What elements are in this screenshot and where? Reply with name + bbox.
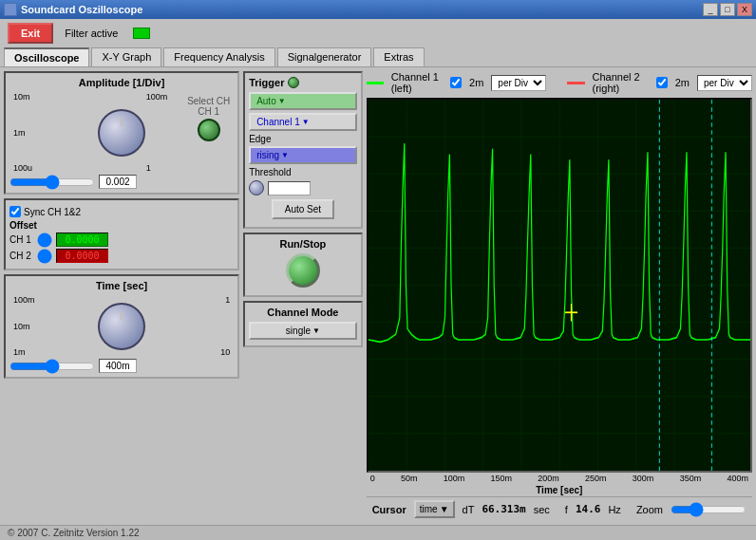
maximize-button[interactable]: □ [720, 3, 735, 16]
tab-oscilloscope[interactable]: Oscilloscope [4, 47, 89, 66]
tabs-container: Oscilloscope X-Y Graph Frequency Analysi… [0, 47, 756, 67]
time-axis-250m: 250m [585, 474, 607, 483]
tab-freqanalysis[interactable]: Frequency Analysis [163, 47, 274, 66]
ch2-offset-row: CH 2 0.0000 [9, 249, 234, 263]
channel-mode-arrow: ▼ [312, 326, 320, 335]
tab-signalgenerator[interactable]: Signalgenerator [277, 47, 372, 66]
amp-left-labels: 10m 1m 100u [13, 92, 32, 173]
scope-svg [369, 100, 750, 471]
ch1-checkbox[interactable] [450, 77, 462, 88]
header-row: Exit Filter active [0, 19, 756, 47]
threshold-row: Threshold [249, 167, 357, 177]
trigger-channel-arrow: ▼ [302, 118, 310, 126]
time-section: Time [sec] 100m 10m 1m 1 10 400m [4, 274, 239, 379]
ch1-offset-label: CH 1 [9, 234, 33, 245]
title-bar: Soundcard Oszilloscope _ □ X [0, 0, 756, 19]
ch1-per-div-select[interactable]: per Div [491, 75, 546, 91]
close-button[interactable]: X [737, 3, 752, 16]
trigger-edge-dropdown[interactable]: rising ▼ [249, 146, 357, 164]
amp-label-1m: 1m [13, 128, 32, 138]
dt-label: dT [463, 504, 475, 515]
channel-mode-dropdown[interactable]: single ▼ [249, 322, 357, 340]
time-title: Time [sec] [9, 280, 234, 291]
amplitude-section: Amplitude [1/Div] 10m 1m 100u 100m 1 [4, 71, 239, 195]
edge-label: Edge [249, 134, 357, 144]
right-panel: Channel 1 (left) 2m per Div Channel 2 (r… [363, 67, 756, 525]
trigger-mode-arrow: ▼ [278, 97, 286, 105]
threshold-label: Threshold [249, 167, 291, 177]
zoom-slider[interactable] [671, 503, 747, 516]
time-axis-200m: 200m [538, 474, 559, 483]
amplitude-slider[interactable] [9, 176, 95, 189]
content-area: Amplitude [1/Div] 10m 1m 100u 100m 1 [0, 67, 756, 525]
time-slider[interactable] [9, 360, 95, 373]
sync-label: Sync CH 1&2 [24, 207, 81, 217]
threshold-input[interactable]: 0.01 [268, 181, 311, 196]
filter-label: Filter active [65, 28, 118, 39]
trigger-edge-label: rising [256, 150, 279, 160]
amplitude-title: Amplitude [1/Div] [9, 77, 234, 88]
copyright-text: © 2007 C. Zeitnitz Version 1.22 [8, 528, 140, 538]
time-axis-300m: 300m [633, 474, 654, 483]
trigger-title: Trigger [249, 77, 284, 88]
amp-label-100u: 100u [13, 163, 32, 173]
trigger-section: Trigger Auto ▼ Channel 1 ▼ Edge rising ▼ [243, 71, 363, 229]
f-value: 14.6 [576, 503, 601, 515]
f-unit: Hz [608, 504, 620, 515]
trigger-indicator [288, 77, 299, 88]
ch2-offset-label: CH 2 [9, 251, 33, 261]
amplitude-value: 0.002 [99, 175, 137, 189]
time-axis-50m: 50m [401, 474, 418, 483]
time-knob[interactable] [98, 303, 145, 350]
ch2-per-div-select[interactable]: per Div [697, 75, 752, 91]
time-axis-100m: 100m [444, 474, 465, 483]
offset-section: Offset CH 1 0.0000 CH 2 0.0000 [9, 220, 234, 263]
threshold-input-row: 0.01 [249, 180, 357, 196]
ch1-offset-row: CH 1 0.0000 [9, 233, 234, 247]
amplitude-knob[interactable] [98, 109, 145, 157]
run-stop-button[interactable] [286, 253, 320, 288]
tab-extras[interactable]: Extras [373, 47, 424, 66]
time-label-10m: 10m [13, 322, 35, 331]
cursor-label: Cursor [372, 504, 406, 515]
cursor-mode-arrow: ▼ [440, 504, 449, 514]
auto-set-button[interactable]: Auto Set [272, 199, 334, 219]
cursor-mode-dropdown[interactable]: time ▼ [414, 500, 455, 518]
ch2-offset-slider[interactable] [37, 251, 52, 261]
ch1-indicator[interactable] [198, 119, 220, 141]
minimize-button[interactable]: _ [703, 3, 718, 16]
ch2-checkbox[interactable] [656, 77, 668, 88]
channel-mode-value: single [286, 326, 311, 336]
ch2-color-line [567, 82, 584, 84]
ch1-color-line [367, 82, 384, 84]
trigger-header: Trigger [249, 77, 357, 88]
f-label: f [565, 504, 568, 515]
time-left-labels: 100m 10m 1m [13, 295, 35, 357]
threshold-knob[interactable] [249, 180, 264, 196]
scope-display [367, 98, 752, 473]
offset-title: Offset [9, 220, 234, 231]
time-label-100m: 100m [13, 295, 35, 305]
ch1-offset-slider[interactable] [37, 235, 52, 245]
ch2-label: Channel 2 (right) [593, 71, 649, 94]
trigger-mode-dropdown[interactable]: Auto ▼ [249, 92, 357, 110]
cursor-bar: Cursor time ▼ dT 66.313m sec f 14.6 Hz Z… [367, 496, 752, 521]
time-label-10: 10 [220, 347, 230, 357]
tab-xygraph[interactable]: X-Y Graph [91, 47, 161, 66]
time-slider-row: 400m [9, 359, 234, 373]
time-axis-0: 0 [370, 474, 375, 483]
time-unit-label: Time [sec] [367, 484, 752, 496]
time-axis-400m: 400m [727, 474, 748, 483]
trigger-channel-dropdown[interactable]: Channel 1 ▼ [249, 113, 357, 131]
time-label-1m: 1m [13, 347, 35, 357]
exit-button[interactable]: Exit [8, 23, 53, 44]
ch2-offset-value: 0.0000 [56, 249, 108, 263]
ch1-label: Channel 1 (left) [391, 71, 443, 94]
sync-row: Sync CH 1&2 [9, 206, 234, 217]
select-ch-label: Select CH [187, 96, 230, 106]
time-axis: 0 50m 100m 150m 200m 250m 300m 350m 400m [367, 473, 752, 484]
ch1-offset-value: 0.0000 [56, 233, 108, 247]
cursor-mode-value: time [420, 504, 438, 514]
time-right-labels: 1 10 [220, 295, 230, 357]
sync-checkbox[interactable] [9, 206, 21, 217]
